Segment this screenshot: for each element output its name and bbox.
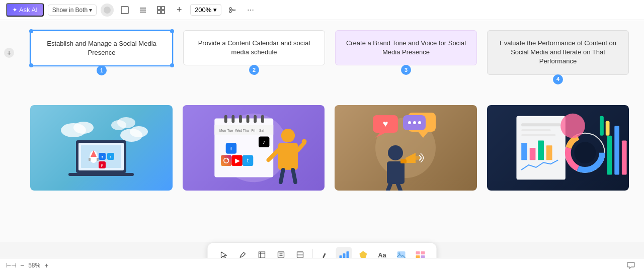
svg-rect-77 [387,161,405,184]
svg-rect-85 [521,129,550,131]
card-2-badge: 2 [249,65,259,75]
svg-text:P: P [101,164,104,167]
svg-rect-24 [97,158,99,161]
images-row: f t P [15,100,644,196]
svg-point-17 [117,117,135,128]
svg-text:Wed: Wed [235,128,242,132]
svg-point-9 [229,11,231,13]
more-options-button[interactable]: ⋯ [244,3,258,17]
chevron-down-icon: ▾ [89,7,92,14]
svg-text:♪: ♪ [263,139,265,145]
svg-rect-87 [521,143,527,160]
border-icon [121,6,129,14]
svg-point-53 [227,158,228,160]
svg-rect-4 [157,7,160,10]
show-in-label: Show in [52,7,74,14]
circle-tool-button[interactable] [101,4,114,17]
svg-rect-7 [162,11,165,14]
svg-rect-96 [607,135,612,174]
svg-point-8 [229,8,231,10]
svg-rect-59 [278,143,297,170]
card-4[interactable]: Evaluate the Performance of Content on S… [487,30,629,75]
image-card-3[interactable]: ♥ # [335,105,477,191]
image-card-1[interactable]: f t P [30,105,173,191]
svg-point-15 [130,126,148,137]
svg-point-13 [73,122,94,134]
svg-rect-84 [521,123,560,126]
svg-rect-118 [416,251,420,254]
card-2-text: Provide a Content Calendar and social me… [192,39,316,57]
svg-rect-86 [521,134,555,136]
zoom-increase-button[interactable]: + [44,261,48,269]
zoom-decrease-button[interactable]: − [20,261,24,269]
svg-line-63 [293,169,295,182]
card-3-badge: 3 [401,65,411,75]
svg-text:f: f [102,155,103,159]
add-button[interactable]: + [172,3,186,17]
svg-rect-34 [224,115,227,123]
svg-text:Thu: Thu [243,128,249,132]
scissors-icon [228,6,236,14]
grid-tool-button[interactable] [154,3,168,17]
svg-rect-39 [261,115,264,123]
svg-text:Sat: Sat [259,128,264,132]
svg-rect-116 [397,251,406,258]
svg-text:Fri: Fri [251,128,255,132]
svg-rect-90 [546,145,552,160]
zoom-value: 200% [195,6,211,14]
resize-handle-tr[interactable] [170,29,174,33]
svg-point-99 [560,113,585,138]
zoom-control[interactable]: 200% ▾ [190,4,221,16]
svg-rect-98 [621,140,626,174]
calendar-illustration: Mon Tue Wed Thu Fri Sat ♪ f [183,105,325,191]
resize-handle-tl[interactable] [29,29,33,33]
svg-text:t: t [247,157,249,163]
svg-point-75 [418,121,421,124]
svg-rect-51 [220,155,231,165]
svg-rect-23 [89,158,91,161]
card-3[interactable]: Create a Brand Tone and Voice for Social… [335,30,477,65]
svg-text:Tue: Tue [227,128,233,132]
svg-rect-107 [278,252,284,258]
circle-icon [104,7,111,14]
analytics-illustration [487,105,629,191]
resize-handle-bl[interactable] [29,63,33,67]
canvas-area: + Establish and Manage a Social Media Pr… [0,20,644,242]
comment-button[interactable] [624,258,638,273]
card-2[interactable]: Provide a Content Calendar and social me… [183,30,325,65]
svg-line-81 [388,184,390,191]
card-4-badge: 4 [553,74,563,84]
svg-point-58 [281,129,294,142]
svg-rect-100 [600,116,604,135]
zoom-level: 58% [28,262,40,269]
svg-point-76 [388,145,403,160]
scissors-button[interactable] [225,3,239,17]
list-icon [139,6,147,14]
svg-rect-97 [614,126,619,174]
svg-line-62 [280,169,283,182]
status-bar: ⊢⊣ − 58% + [0,258,644,272]
svg-point-95 [574,142,596,163]
svg-rect-6 [157,11,160,14]
svg-rect-36 [239,115,242,123]
add-left-button[interactable]: + [4,48,14,58]
svg-rect-31 [68,173,134,176]
cards-row: Establish and Manage a Social Media Pres… [15,20,644,85]
border-tool-button[interactable] [118,3,132,17]
card-1-text: Establish and Manage a Social Media Pres… [39,39,164,57]
show-in-dropdown[interactable]: Show in Both ▾ [48,5,97,16]
ask-ai-button[interactable]: ✦ Ask AI [6,3,44,17]
svg-text:Mon: Mon [219,128,226,132]
svg-rect-38 [254,115,257,123]
image-card-4[interactable] [487,105,629,191]
resize-handle-br[interactable] [170,63,174,67]
card-1[interactable]: Establish and Manage a Social Media Pres… [30,30,173,66]
list-tool-button[interactable] [136,3,150,17]
grid-icon [157,6,165,14]
top-toolbar: ✦ Ask AI Show in Both ▾ + 200% ▾ ⋯ [0,0,644,20]
image-card-2[interactable]: Mon Tue Wed Thu Fri Sat ♪ f [183,105,325,191]
svg-rect-5 [162,7,165,10]
svg-text:♥: ♥ [383,119,388,129]
comment-icon [627,261,635,269]
svg-text:t: t [110,155,111,159]
